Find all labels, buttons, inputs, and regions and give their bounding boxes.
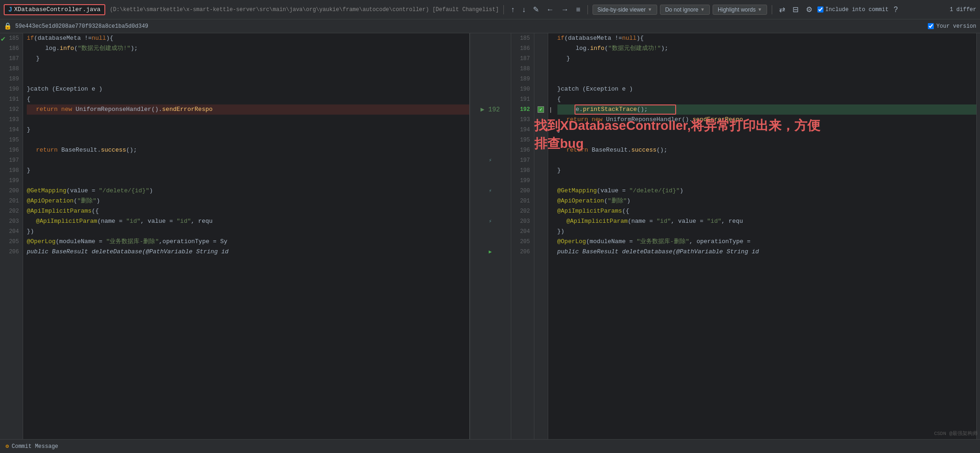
your-version-area: Your version	[928, 23, 976, 30]
rln-194: 194	[511, 125, 530, 135]
forward-button[interactable]: →	[559, 4, 571, 15]
ln-194-left: 194	[0, 125, 19, 135]
right-code-line-201: @ApiOperation("删除")	[557, 196, 977, 206]
ln-191-left: 191	[0, 94, 19, 104]
code-line	[27, 64, 469, 74]
up-button[interactable]: ↑	[508, 4, 517, 15]
rln-201: 201	[511, 196, 530, 206]
rln-195: 195	[511, 135, 530, 145]
right-code-line-206: public BaseResult deleteDatabase(@PathVa…	[557, 247, 977, 257]
gutter-205	[470, 237, 511, 247]
include-commit-label[interactable]: Include into commit	[817, 6, 889, 13]
rln-189: 189	[511, 74, 530, 84]
right-line-numbers-left: 185 186 187 188 189 190 191 192 193 194 …	[511, 33, 534, 439]
help-button[interactable]: ?	[891, 4, 900, 15]
left-line-numbers: 185 186 187 188 189 190 191 192 193 194 …	[0, 33, 23, 439]
commit-hash: 59e443ec5e1d0208ae770f9328a8ce1ba5d0d349	[15, 23, 148, 30]
include-commit-checkbox[interactable]	[817, 6, 823, 12]
code-line: @OperLog(moduleName = "业务数据库-删除",operati…	[27, 237, 469, 247]
rln-198: 198	[511, 165, 530, 176]
menu-button[interactable]: ≡	[574, 4, 582, 15]
ln-205-left: 205	[0, 237, 19, 247]
gutter-200: ⚡	[470, 186, 511, 196]
ln-196-left: 196	[0, 145, 19, 155]
gutter-194	[470, 125, 511, 135]
csdn-watermark: CSDN @最强架构师	[934, 430, 978, 437]
right-code-line-194: }	[557, 125, 977, 135]
rln-187: 187	[511, 54, 530, 64]
gutter-198	[470, 165, 511, 176]
ignore-dropdown[interactable]: Do not ignore ▼	[660, 5, 710, 15]
ln-199-left: 199	[0, 176, 19, 186]
highlight-dropdown[interactable]: Highlight words ▼	[713, 5, 767, 15]
gutter-187	[470, 54, 511, 64]
down-button[interactable]: ↓	[520, 4, 528, 15]
edit-button[interactable]: ✎	[531, 4, 541, 15]
rln-186: 186	[511, 43, 530, 54]
right-code-line-198: }	[557, 165, 977, 176]
viewer-arrow: ▼	[647, 7, 652, 12]
right-code-line-200: @GetMapping(value = "/delete/{id}")	[557, 186, 977, 196]
code-line: if(databaseMeta != null ){	[27, 33, 469, 43]
rln-200: 200	[511, 186, 530, 196]
transfer-button[interactable]: ⇄	[777, 4, 787, 15]
checkbox-192-checked[interactable]: ✓	[538, 106, 544, 113]
cursor-line: |	[548, 104, 554, 115]
code-line: }catch (Exception e )	[27, 84, 469, 94]
gutter-202	[470, 206, 511, 216]
collapse-button[interactable]: ⊟	[790, 4, 801, 15]
rln-185: 185	[511, 33, 530, 43]
settings-button[interactable]: ⚙	[804, 4, 815, 15]
gutter: ▶ 192 ⚡ ⚡ ⚡ ▶	[470, 33, 511, 439]
rln-199: 199	[511, 176, 530, 186]
file-tab[interactable]: J XDatabaseController.java	[4, 4, 105, 15]
gutter-197: ⚡	[470, 155, 511, 165]
bottom-lock-icon: ⚙	[6, 443, 9, 450]
code-line: return BaseResult.success();	[27, 145, 469, 155]
gutter-201	[470, 196, 511, 206]
rln-190: 190	[511, 84, 530, 94]
separator-1	[503, 5, 504, 14]
rln-197: 197	[511, 155, 530, 165]
ln-197-left: 197	[0, 155, 19, 165]
rln-192: 192	[511, 104, 530, 115]
left-panel: ✔ 185 186 187 188 189 190 191 192 193 19…	[0, 33, 470, 439]
code-line	[27, 115, 469, 125]
rln-205: 205	[511, 237, 530, 247]
right-code-line-197	[557, 155, 977, 165]
gutter-204	[470, 226, 511, 237]
lock-icon: 🔒	[4, 22, 12, 30]
gutter-189	[470, 74, 511, 84]
right-code-line-189	[557, 74, 977, 84]
viewer-dropdown[interactable]: Side-by-side viewer ▼	[593, 5, 658, 15]
right-code-content[interactable]: if(databaseMeta != null ){ log.info("数据元…	[554, 33, 977, 439]
your-version-checkbox[interactable]	[928, 23, 934, 29]
rln-193: 193	[511, 115, 530, 125]
code-line: @ApiImplicitParam(name = "id", value = "…	[27, 216, 469, 226]
ln-204-left: 204	[0, 226, 19, 237]
right-code-line-199	[557, 176, 977, 186]
gutter-206: ▶	[470, 247, 511, 257]
back-button[interactable]: ←	[544, 4, 556, 15]
diff-container: ✔ 185 186 187 188 189 190 191 192 193 19…	[0, 33, 980, 439]
rln-206: 206	[511, 247, 530, 257]
gutter-185	[470, 33, 511, 43]
cb-192[interactable]: ✓	[538, 104, 544, 115]
minimap[interactable]	[976, 33, 980, 439]
left-code-content: if(databaseMeta != null ){ log.info("数据元…	[23, 33, 469, 439]
right-code-line-188	[557, 64, 977, 74]
highlight-label: Highlight words	[718, 6, 756, 13]
separator-3	[772, 5, 772, 14]
right-code-line-193: return new UniformReponseHandler().sendE…	[557, 115, 977, 125]
gutter-191	[470, 94, 511, 104]
ln-193-left: 193	[0, 115, 19, 125]
file-path: (D:\kettle\smartkettle\x-smart-kettle-se…	[110, 6, 499, 13]
rln-191: 191	[511, 94, 530, 104]
ln-198-left: 198	[0, 165, 19, 176]
code-line: public BaseResult deleteDatabase(@PathVa…	[27, 247, 469, 257]
ln-192-left: 192	[0, 104, 19, 115]
ln-187-left: 187	[0, 54, 19, 64]
separator-2	[587, 5, 588, 14]
right-code-line-203: @ApiImplicitParam(name = "id", value = "…	[557, 216, 977, 226]
gutter-193	[470, 115, 511, 125]
